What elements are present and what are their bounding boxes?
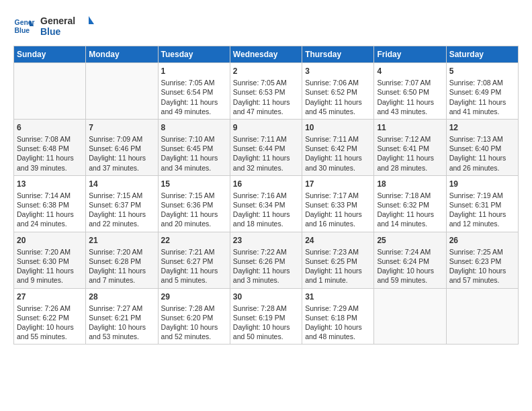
week-row-2: 6Sunrise: 7:08 AMSunset: 6:48 PMDaylight… <box>14 119 519 175</box>
calendar-cell <box>446 288 518 345</box>
svg-text:General: General <box>40 15 75 26</box>
day-number: 4 <box>377 66 443 77</box>
day-info: Sunrise: 7:05 AMSunset: 6:54 PMDaylight:… <box>161 78 227 116</box>
day-number: 8 <box>161 122 227 133</box>
svg-text:Blue: Blue <box>15 27 30 34</box>
day-number: 23 <box>233 235 299 246</box>
day-info: Sunrise: 7:14 AMSunset: 6:38 PMDaylight:… <box>17 191 83 229</box>
calendar-cell: 5Sunrise: 7:08 AMSunset: 6:49 PMDaylight… <box>446 63 518 120</box>
calendar-cell: 19Sunrise: 7:19 AMSunset: 6:31 PMDayligh… <box>446 175 518 232</box>
calendar-cell: 12Sunrise: 7:13 AMSunset: 6:40 PMDayligh… <box>446 119 518 175</box>
logo: General Blue General Blue <box>13 13 94 39</box>
day-number: 15 <box>161 179 227 189</box>
day-number: 18 <box>377 179 443 189</box>
calendar-cell: 28Sunrise: 7:27 AMSunset: 6:21 PMDayligh… <box>86 288 158 345</box>
calendar-cell: 6Sunrise: 7:08 AMSunset: 6:48 PMDaylight… <box>14 119 86 175</box>
calendar-cell: 16Sunrise: 7:16 AMSunset: 6:34 PMDayligh… <box>230 175 302 232</box>
day-number: 17 <box>305 179 371 189</box>
day-number: 28 <box>89 291 154 302</box>
day-info: Sunrise: 7:15 AMSunset: 6:37 PMDaylight:… <box>89 191 154 229</box>
day-number: 10 <box>305 122 371 133</box>
day-number: 6 <box>17 122 83 133</box>
calendar-cell: 20Sunrise: 7:20 AMSunset: 6:30 PMDayligh… <box>14 232 86 288</box>
calendar-cell: 10Sunrise: 7:11 AMSunset: 6:42 PMDayligh… <box>302 119 374 175</box>
day-info: Sunrise: 7:29 AMSunset: 6:18 PMDaylight:… <box>305 304 371 342</box>
day-info: Sunrise: 7:05 AMSunset: 6:53 PMDaylight:… <box>233 78 299 116</box>
day-header-sunday: Sunday <box>14 46 86 63</box>
day-info: Sunrise: 7:20 AMSunset: 6:28 PMDaylight:… <box>89 247 154 285</box>
calendar-cell: 9Sunrise: 7:11 AMSunset: 6:44 PMDaylight… <box>230 119 302 175</box>
day-info: Sunrise: 7:28 AMSunset: 6:19 PMDaylight:… <box>233 304 299 342</box>
calendar-cell: 1Sunrise: 7:05 AMSunset: 6:54 PMDaylight… <box>158 63 230 120</box>
logo-svg: General Blue <box>40 13 94 39</box>
calendar-cell: 17Sunrise: 7:17 AMSunset: 6:33 PMDayligh… <box>302 175 374 232</box>
day-info: Sunrise: 7:07 AMSunset: 6:50 PMDaylight:… <box>377 78 443 116</box>
day-number: 25 <box>377 235 443 246</box>
calendar-cell: 31Sunrise: 7:29 AMSunset: 6:18 PMDayligh… <box>302 288 374 345</box>
calendar-cell: 8Sunrise: 7:10 AMSunset: 6:45 PMDaylight… <box>158 119 230 175</box>
calendar-cell: 4Sunrise: 7:07 AMSunset: 6:50 PMDaylight… <box>374 63 446 120</box>
day-number: 21 <box>89 235 154 246</box>
day-info: Sunrise: 7:12 AMSunset: 6:41 PMDaylight:… <box>377 134 443 173</box>
day-header-saturday: Saturday <box>446 46 518 63</box>
day-info: Sunrise: 7:11 AMSunset: 6:42 PMDaylight:… <box>305 134 371 173</box>
days-header-row: SundayMondayTuesdayWednesdayThursdayFrid… <box>14 46 519 63</box>
day-number: 5 <box>449 66 515 77</box>
day-number: 29 <box>161 291 227 302</box>
calendar-cell: 2Sunrise: 7:05 AMSunset: 6:53 PMDaylight… <box>230 63 302 120</box>
day-info: Sunrise: 7:21 AMSunset: 6:27 PMDaylight:… <box>161 247 227 285</box>
day-number: 16 <box>233 179 299 189</box>
calendar-cell <box>374 288 446 345</box>
day-number: 22 <box>161 235 227 246</box>
day-info: Sunrise: 7:16 AMSunset: 6:34 PMDaylight:… <box>233 191 299 229</box>
day-number: 9 <box>233 122 299 133</box>
week-row-5: 27Sunrise: 7:26 AMSunset: 6:22 PMDayligh… <box>14 288 519 345</box>
calendar-cell: 18Sunrise: 7:18 AMSunset: 6:32 PMDayligh… <box>374 175 446 232</box>
calendar-cell: 25Sunrise: 7:24 AMSunset: 6:24 PMDayligh… <box>374 232 446 288</box>
day-number: 20 <box>17 235 83 246</box>
day-info: Sunrise: 7:28 AMSunset: 6:20 PMDaylight:… <box>161 304 227 342</box>
day-info: Sunrise: 7:08 AMSunset: 6:48 PMDaylight:… <box>17 134 83 173</box>
day-number: 30 <box>233 291 299 302</box>
svg-text:Blue: Blue <box>40 26 61 37</box>
day-info: Sunrise: 7:08 AMSunset: 6:49 PMDaylight:… <box>449 78 515 116</box>
calendar-cell: 7Sunrise: 7:09 AMSunset: 6:46 PMDaylight… <box>86 119 158 175</box>
calendar-table: SundayMondayTuesdayWednesdayThursdayFrid… <box>13 46 519 345</box>
day-info: Sunrise: 7:19 AMSunset: 6:31 PMDaylight:… <box>449 191 515 229</box>
calendar-cell: 26Sunrise: 7:25 AMSunset: 6:23 PMDayligh… <box>446 232 518 288</box>
day-number: 26 <box>449 235 515 246</box>
day-number: 2 <box>233 66 299 77</box>
calendar-cell <box>86 63 158 120</box>
calendar-cell <box>14 63 86 120</box>
day-number: 31 <box>305 291 371 302</box>
day-info: Sunrise: 7:06 AMSunset: 6:52 PMDaylight:… <box>305 78 371 116</box>
day-info: Sunrise: 7:11 AMSunset: 6:44 PMDaylight:… <box>233 134 299 173</box>
day-number: 13 <box>17 179 83 189</box>
day-info: Sunrise: 7:10 AMSunset: 6:45 PMDaylight:… <box>161 134 227 173</box>
day-header-thursday: Thursday <box>302 46 374 63</box>
calendar-cell: 13Sunrise: 7:14 AMSunset: 6:38 PMDayligh… <box>14 175 86 232</box>
calendar-cell: 30Sunrise: 7:28 AMSunset: 6:19 PMDayligh… <box>230 288 302 345</box>
day-header-friday: Friday <box>374 46 446 63</box>
page-header: General Blue General Blue <box>13 13 519 39</box>
calendar-cell: 11Sunrise: 7:12 AMSunset: 6:41 PMDayligh… <box>374 119 446 175</box>
day-number: 14 <box>89 179 154 189</box>
day-info: Sunrise: 7:18 AMSunset: 6:32 PMDaylight:… <box>377 191 443 229</box>
logo-icon: General Blue <box>13 15 35 37</box>
calendar-cell: 15Sunrise: 7:15 AMSunset: 6:36 PMDayligh… <box>158 175 230 232</box>
day-number: 24 <box>305 235 371 246</box>
calendar-cell: 27Sunrise: 7:26 AMSunset: 6:22 PMDayligh… <box>14 288 86 345</box>
day-info: Sunrise: 7:22 AMSunset: 6:26 PMDaylight:… <box>233 247 299 285</box>
week-row-1: 1Sunrise: 7:05 AMSunset: 6:54 PMDaylight… <box>14 63 519 120</box>
calendar-cell: 23Sunrise: 7:22 AMSunset: 6:26 PMDayligh… <box>230 232 302 288</box>
day-info: Sunrise: 7:24 AMSunset: 6:24 PMDaylight:… <box>377 247 443 285</box>
day-number: 11 <box>377 122 443 133</box>
day-info: Sunrise: 7:09 AMSunset: 6:46 PMDaylight:… <box>89 134 154 173</box>
day-number: 27 <box>17 291 83 302</box>
calendar-cell: 29Sunrise: 7:28 AMSunset: 6:20 PMDayligh… <box>158 288 230 345</box>
day-info: Sunrise: 7:27 AMSunset: 6:21 PMDaylight:… <box>89 304 154 342</box>
calendar-cell: 21Sunrise: 7:20 AMSunset: 6:28 PMDayligh… <box>86 232 158 288</box>
day-number: 7 <box>89 122 154 133</box>
calendar-cell: 3Sunrise: 7:06 AMSunset: 6:52 PMDaylight… <box>302 63 374 120</box>
day-number: 3 <box>305 66 371 77</box>
